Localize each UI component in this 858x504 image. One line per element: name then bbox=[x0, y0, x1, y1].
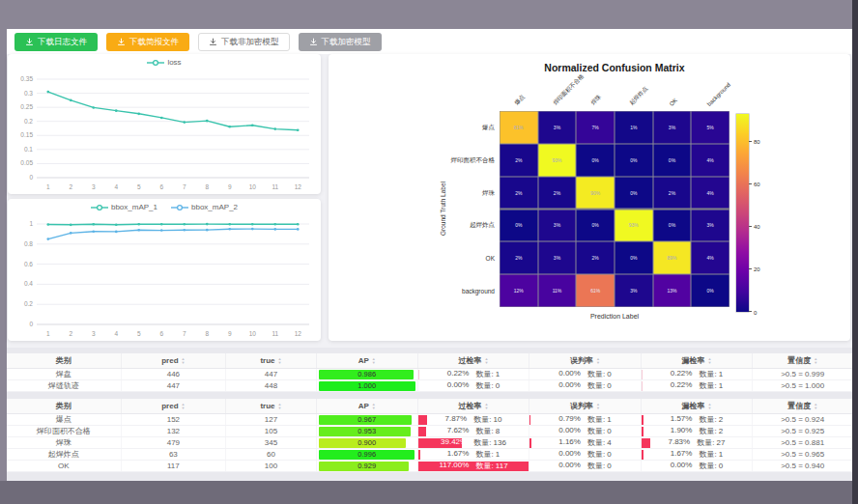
sort-icon[interactable]: ▲▼ bbox=[596, 357, 600, 364]
column-header-误判率[interactable]: 误判率▲▼ bbox=[529, 353, 642, 369]
metrics-table-1: 类别pred▲▼true▲▼AP▲▼过检率▲▼误判率▲▼漏检率▲▼置信度▲▼焊盘… bbox=[7, 353, 852, 392]
download-button-4[interactable]: 下载加密模型 bbox=[299, 33, 382, 51]
cell-ap: 0.967 bbox=[316, 414, 417, 426]
svg-text:0.1: 0.1 bbox=[24, 146, 33, 153]
column-header-label: 置信度 bbox=[787, 355, 811, 366]
y-axis-label: Ground Truth Label bbox=[440, 182, 446, 236]
cell-pred: 152 bbox=[121, 414, 226, 426]
cm-cell-value: 81% bbox=[514, 125, 524, 130]
svg-text:0.15: 0.15 bbox=[20, 131, 33, 138]
column-header-置信度[interactable]: 置信度▲▼ bbox=[753, 399, 852, 414]
column-header-漏检率[interactable]: 漏检率▲▼ bbox=[641, 399, 753, 414]
cell-miss-rate-percent: 0.22% bbox=[671, 381, 693, 391]
svg-text:0.35: 0.35 bbox=[20, 75, 33, 82]
cm-cell-爆点-爆点: 81% bbox=[500, 111, 538, 144]
column-header-label: 类别 bbox=[56, 401, 72, 411]
cell-over-detection-rate-percent: 1.67% bbox=[447, 450, 470, 460]
cell-misjudge-rate: 0.00%数量: 0 bbox=[529, 462, 641, 471]
cell-over-detection-rate-percent: 0.22% bbox=[447, 370, 470, 379]
cm-cell-爆点-焊珠: 7% bbox=[576, 111, 615, 144]
sort-icon[interactable]: ▲▼ bbox=[485, 403, 489, 409]
svg-text:3: 3 bbox=[92, 183, 96, 190]
cell-misjudge-rate: 0.00%数量: 0 bbox=[529, 450, 641, 460]
sort-icon[interactable]: ▲▼ bbox=[708, 357, 712, 364]
sort-icon[interactable]: ▲▼ bbox=[814, 403, 817, 409]
cell-over-detection-rate-bar bbox=[418, 370, 419, 379]
ap-value: 0.986 bbox=[358, 370, 376, 378]
cell-misjudge-rate-count: 数量: 0 bbox=[587, 450, 612, 460]
column-header-true[interactable]: true▲▼ bbox=[226, 353, 317, 369]
svg-text:1: 1 bbox=[46, 183, 50, 190]
training-dashboard: 下载日志文件下载简报文件下载非加密模型下载加密模型 loss00.050.10.… bbox=[7, 29, 852, 481]
download-button-2[interactable]: 下载简报文件 bbox=[106, 33, 189, 51]
column-header-label: 误判率 bbox=[570, 401, 593, 411]
column-header-类别: 类别 bbox=[7, 399, 121, 414]
cell-confidence: >0.5 = 0.924 bbox=[753, 414, 852, 426]
sort-icon[interactable]: ▲▼ bbox=[182, 357, 186, 364]
cm-cell-焊珠-爆点: 2% bbox=[500, 177, 538, 210]
cell-misjudge-rate-count: 数量: 0 bbox=[587, 462, 612, 471]
column-header-置信度[interactable]: 置信度▲▼ bbox=[753, 353, 852, 369]
sort-icon[interactable]: ▲▼ bbox=[278, 357, 282, 364]
column-header-pred[interactable]: pred▲▼ bbox=[121, 353, 226, 369]
cell-misjudge-rate-percent: 0.00% bbox=[558, 427, 581, 436]
column-header-漏检率[interactable]: 漏检率▲▼ bbox=[641, 353, 753, 369]
cell-confidence: >0.5 = 0.925 bbox=[753, 426, 852, 437]
column-header-label: 过检率 bbox=[459, 401, 482, 411]
cell-ap: 1.000 bbox=[316, 380, 417, 392]
cm-row-label: OK bbox=[486, 255, 495, 262]
window-chrome-right bbox=[852, 0, 858, 504]
sort-icon[interactable]: ▲▼ bbox=[596, 403, 600, 409]
column-header-AP[interactable]: AP▲▼ bbox=[316, 399, 417, 414]
cell-class-name: 焊印面积不合格 bbox=[7, 426, 121, 437]
column-header-误判率[interactable]: 误判率▲▼ bbox=[529, 399, 642, 414]
sort-icon[interactable]: ▲▼ bbox=[485, 357, 489, 364]
table-row-焊缝轨迹: 焊缝轨迹4474481.0000.00%数量: 00.00%数量: 00.22%… bbox=[7, 380, 852, 392]
colorbar-tick-label: 60 bbox=[754, 182, 760, 187]
sort-icon[interactable]: ▲▼ bbox=[708, 403, 712, 409]
cell-over-detection-rate-percent: 7.62% bbox=[447, 427, 470, 436]
cm-column-label: background bbox=[706, 82, 731, 107]
column-header-过检率[interactable]: 过检率▲▼ bbox=[417, 399, 529, 414]
sort-icon[interactable]: ▲▼ bbox=[372, 357, 376, 364]
download-button-3[interactable]: 下载非加密模型 bbox=[198, 33, 290, 51]
download-button-1[interactable]: 下载日志文件 bbox=[14, 33, 98, 51]
column-header-true[interactable]: true▲▼ bbox=[226, 399, 317, 414]
svg-text:11: 11 bbox=[272, 330, 278, 337]
svg-text:0.2: 0.2 bbox=[24, 118, 33, 125]
svg-text:7: 7 bbox=[183, 330, 186, 337]
cell-miss-rate-percent: 7.83% bbox=[668, 438, 690, 448]
sort-icon[interactable]: ▲▼ bbox=[814, 357, 817, 364]
cell-misjudge-rate-percent: 0.00% bbox=[558, 462, 581, 471]
colorbar-tick-label: 80 bbox=[754, 139, 760, 145]
sort-icon[interactable]: ▲▼ bbox=[182, 403, 186, 409]
column-header-AP[interactable]: AP▲▼ bbox=[316, 353, 417, 369]
sort-icon[interactable]: ▲▼ bbox=[372, 403, 376, 409]
column-header-label: 误判率 bbox=[570, 355, 593, 366]
colorbar-tick bbox=[749, 226, 752, 227]
column-header-label: 漏检率 bbox=[682, 401, 705, 411]
column-header-过检率[interactable]: 过检率▲▼ bbox=[417, 353, 529, 369]
cell-misjudge-rate-count: 数量: 1 bbox=[587, 415, 612, 425]
cm-cell-value: 1% bbox=[630, 125, 637, 130]
cell-confidence: >0.5 = 0.965 bbox=[753, 449, 852, 461]
cell-true: 105 bbox=[226, 426, 317, 437]
cell-class-name: 焊盘 bbox=[7, 369, 121, 380]
svg-text:5: 5 bbox=[137, 330, 141, 337]
colorbar-tick-label: 40 bbox=[754, 224, 760, 230]
cell-misjudge-rate-count: 数量: 0 bbox=[587, 427, 612, 436]
toolbar-strip: 下载日志文件下载简报文件下载非加密模型下载加密模型 bbox=[7, 29, 852, 54]
table-row-焊印面积不合格: 焊印面积不合格1321050.9537.62%数量: 80.00%数量: 01.… bbox=[7, 426, 852, 437]
cell-miss-rate-bar bbox=[642, 438, 650, 448]
cm-cell-value: 2% bbox=[592, 255, 599, 261]
button-label: 下载加密模型 bbox=[322, 37, 371, 48]
cell-ap: 0.996 bbox=[316, 449, 417, 461]
sort-icon[interactable]: ▲▼ bbox=[278, 403, 282, 409]
cm-cell-value: 2% bbox=[669, 190, 675, 196]
cell-pred: 63 bbox=[121, 449, 226, 461]
column-header-pred[interactable]: pred▲▼ bbox=[121, 399, 226, 414]
cm-row-label: 焊印面积不合格 bbox=[451, 155, 496, 164]
colorbar-tick bbox=[749, 183, 752, 184]
cm-cell-起焊炸点-OK: 0% bbox=[653, 210, 692, 242]
cell-confidence: >0.5 = 0.940 bbox=[753, 461, 852, 472]
